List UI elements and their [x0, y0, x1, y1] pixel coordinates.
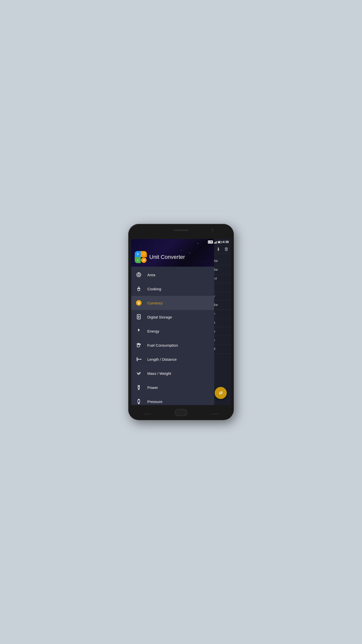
phone-screen: LTE 4:38 ⬇ 🗑 011	[131, 239, 231, 405]
digital-storage-label: Digital Storage	[147, 315, 172, 319]
thermometer-icon: 🌡	[137, 259, 139, 261]
nav-item-fuel-consumption[interactable]: Fuel Consumption	[131, 338, 214, 352]
svg-rect-14	[140, 344, 141, 345]
energy-label: Energy	[147, 329, 159, 333]
svg-rect-10	[138, 318, 139, 318]
nav-item-digital-storage[interactable]: Digital Storage	[131, 310, 214, 324]
fab-exchange-icon: ⇄	[219, 390, 223, 396]
svg-rect-29	[138, 386, 140, 389]
app-icon: $ ⏱ 🌡 ⇄	[135, 251, 147, 263]
svg-marker-23	[138, 358, 139, 360]
app-icon-bl: 🌡	[135, 257, 141, 263]
svg-rect-3	[138, 287, 139, 288]
pressure-label: Pressure	[147, 399, 162, 404]
app-icon-br: ⇄	[141, 257, 147, 263]
mass-weight-label: Mass / Weight	[147, 371, 171, 376]
star-6	[140, 247, 140, 248]
signal-bar-2	[215, 242, 215, 244]
power-icon	[135, 384, 142, 391]
nav-items-list: Area Cooking	[131, 267, 214, 405]
nav-item-power[interactable]: Power	[131, 380, 214, 394]
download-icon[interactable]: ⬇	[216, 247, 220, 252]
drawer-app-title: Unit Converter	[149, 254, 185, 260]
exchange-icon: ⇄	[143, 259, 145, 262]
energy-icon	[135, 328, 142, 335]
fuel-consumption-label: Fuel Consumption	[147, 343, 178, 347]
svg-rect-34	[138, 403, 139, 404]
svg-rect-5	[138, 288, 140, 289]
dollar-icon: $	[137, 253, 139, 256]
signal-bar-4	[216, 241, 217, 244]
svg-marker-22	[141, 358, 142, 360]
nav-item-cooking[interactable]: Cooking	[131, 282, 214, 296]
currency-dollar-icon: $	[138, 301, 140, 305]
nav-item-pressure[interactable]: Pressure	[131, 394, 214, 405]
currency-label: Currency	[147, 301, 163, 305]
svg-rect-33	[138, 400, 140, 403]
star-7	[189, 253, 190, 253]
time-display: 4:38	[223, 240, 229, 244]
svg-rect-6	[137, 314, 141, 319]
signal-bar-3	[215, 242, 216, 244]
nav-item-mass-weight[interactable]: Mass / Weight	[131, 366, 214, 380]
phone-device: LTE 4:38 ⬇ 🗑 011	[128, 224, 234, 420]
status-bar-right: LTE 4:38	[208, 240, 229, 244]
drawer-header-content: $ ⏱ 🌡 ⇄ Unit Converter	[135, 251, 185, 263]
back-button[interactable]	[143, 414, 151, 414]
cooking-icon	[135, 285, 142, 292]
star-2	[181, 250, 182, 251]
digital-storage-icon	[135, 313, 142, 320]
area-label: Area	[147, 273, 155, 277]
nav-item-energy[interactable]: Energy	[131, 324, 214, 338]
power-label: Power	[147, 385, 158, 390]
app-icon-tr: ⏱	[141, 251, 147, 257]
battery-icon	[218, 241, 222, 243]
fuel-icon	[135, 342, 142, 349]
clock-icon: ⏱	[143, 253, 145, 255]
svg-rect-4	[139, 287, 139, 288]
delete-icon[interactable]: 🗑	[224, 247, 229, 252]
length-distance-label: Length / Distance	[147, 357, 177, 361]
svg-point-1	[138, 274, 140, 275]
nav-item-area[interactable]: Area	[131, 268, 214, 282]
pressure-icon	[135, 398, 142, 405]
navigation-drawer: $ ⏱ 🌡 ⇄ Unit Converter	[131, 239, 214, 405]
svg-rect-35	[138, 404, 140, 404]
status-bar: LTE 4:38	[131, 239, 231, 245]
area-icon	[135, 271, 142, 278]
signal-bar-1	[214, 243, 214, 244]
nav-item-length-distance[interactable]: Length / Distance	[131, 352, 214, 366]
mass-icon	[135, 370, 142, 377]
lte-indicator: LTE	[208, 240, 213, 244]
home-button[interactable]	[175, 409, 187, 416]
fab-convert-button[interactable]: ⇄	[215, 387, 227, 399]
app-icon-tl: $	[135, 251, 141, 257]
peek-actions: ⬇ 🗑	[216, 247, 229, 252]
phone-camera	[211, 229, 214, 231]
svg-rect-12	[138, 344, 139, 345]
svg-rect-7	[138, 315, 139, 316]
length-icon	[135, 356, 142, 363]
star-8	[202, 261, 202, 261]
battery-fill	[218, 242, 220, 243]
svg-rect-8	[138, 316, 140, 316]
phone-speaker	[173, 229, 189, 231]
currency-icon: $	[135, 299, 142, 306]
recent-apps-button[interactable]	[211, 414, 219, 414]
cooking-label: Cooking	[147, 287, 161, 291]
nav-item-currency[interactable]: $ Currency	[131, 296, 214, 310]
svg-rect-9	[138, 317, 140, 317]
signal-bars	[214, 240, 217, 244]
